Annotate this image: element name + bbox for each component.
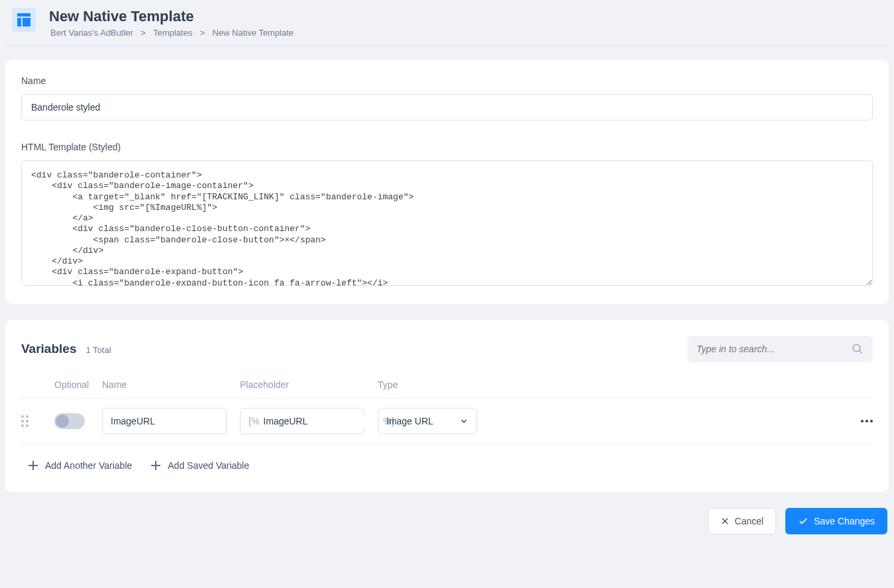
col-name: Name [102, 379, 240, 390]
plus-icon [28, 460, 38, 471]
plus-icon [150, 460, 161, 471]
save-label: Save Changes [814, 516, 875, 526]
drag-handle-icon[interactable] [21, 415, 32, 427]
page-title: New Native Template [49, 8, 295, 25]
svg-line-4 [859, 350, 862, 354]
html-template-textarea[interactable]: <div class="banderole-container"> <div c… [21, 160, 873, 286]
variables-panel: Variables 1 Total Optional Name Placehol… [5, 320, 889, 492]
name-label: Name [21, 75, 873, 86]
placeholder-prefix: [% [249, 416, 259, 426]
col-optional: Optional [54, 379, 102, 390]
variable-type-select[interactable]: Image URL [378, 408, 477, 434]
breadcrumb-item[interactable]: Bert Varias's AdButler [50, 28, 133, 38]
add-another-label: Add Another Variable [45, 460, 132, 471]
search-input[interactable] [697, 344, 852, 354]
add-another-variable-button[interactable]: Add Another Variable [28, 460, 132, 471]
breadcrumb-item: New Native Template [212, 28, 294, 38]
cancel-label: Cancel [735, 516, 764, 526]
template-form-panel: Name HTML Template (Styled) <div class="… [5, 60, 889, 304]
page-header: New Native Template Bert Varias's AdButl… [5, 5, 889, 46]
col-placeholder: Placeholder [240, 379, 378, 390]
variables-table-header: Optional Name Placeholder Type [21, 374, 873, 399]
close-icon [720, 516, 730, 526]
optional-toggle[interactable] [54, 413, 85, 429]
variables-count: 1 Total [85, 345, 111, 355]
save-button[interactable]: Save Changes [785, 508, 887, 534]
name-input[interactable] [21, 94, 873, 121]
svg-rect-0 [17, 13, 30, 17]
breadcrumb-item[interactable]: Templates [153, 28, 192, 38]
breadcrumb: Bert Varias's AdButler > Templates > New… [49, 28, 295, 38]
template-app-icon [12, 8, 36, 32]
variables-title: Variables [21, 342, 76, 356]
add-saved-variable-button[interactable]: Add Saved Variable [150, 460, 249, 471]
variable-name-input[interactable] [102, 408, 227, 434]
variable-row: [% %] Image URL [21, 399, 873, 444]
variable-placeholder-input-wrap[interactable]: [% %] [240, 408, 364, 434]
variable-placeholder-input[interactable] [259, 416, 383, 426]
check-icon [798, 516, 809, 526]
html-template-label: HTML Template (Styled) [21, 142, 873, 152]
variable-type-value: Image URL [386, 416, 433, 426]
cancel-button[interactable]: Cancel [708, 508, 777, 534]
variables-search[interactable] [687, 336, 873, 362]
row-more-icon[interactable] [846, 420, 873, 422]
svg-rect-1 [17, 18, 21, 26]
search-icon [852, 343, 864, 355]
page-footer: Cancel Save Changes [5, 508, 889, 540]
svg-point-3 [853, 344, 860, 352]
chevron-down-icon [459, 416, 469, 426]
add-saved-label: Add Saved Variable [168, 460, 249, 471]
col-type: Type [378, 379, 490, 390]
svg-rect-2 [23, 18, 30, 26]
